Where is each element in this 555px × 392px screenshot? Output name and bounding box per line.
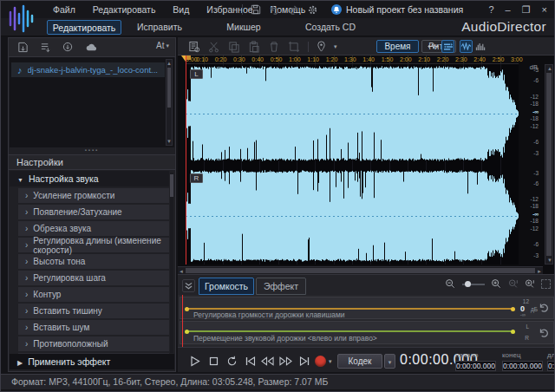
maximize-button[interactable]: ❐ — [522, 4, 531, 16]
zoom-in-vertical-icon[interactable] — [525, 278, 535, 290]
settings-item[interactable]: ›Обрезка звука — [18, 221, 169, 236]
help-button[interactable]: ? — [488, 4, 493, 15]
keyframe-dot[interactable] — [185, 307, 189, 311]
tab-mixer[interactable]: Микшер — [218, 20, 270, 35]
settings-item[interactable]: ›Регулировка длины (изменение скорости) — [18, 238, 169, 252]
waveform-canvas[interactable] — [186, 64, 519, 265]
settings-scrollbar[interactable] — [170, 173, 173, 353]
stop-button[interactable] — [207, 355, 220, 368]
channel-right-badge[interactable]: R — [190, 173, 203, 183]
chevron-down-icon[interactable]: ▾ — [334, 43, 337, 50]
playhead[interactable] — [186, 56, 186, 265]
tab-volume[interactable]: Громкость — [199, 278, 254, 295]
file-format-status: Формат: MP3, 44100Гц, 16-бит, Стерео, Дл… — [11, 376, 328, 387]
tab-fix[interactable]: Исправить — [128, 20, 191, 35]
fast-forward-button[interactable] — [279, 355, 292, 368]
zoom-out-vertical-icon[interactable] — [508, 278, 519, 290]
settings-item[interactable]: ›Вставить тишину — [18, 304, 169, 318]
settings-item[interactable]: ›Контур — [18, 287, 169, 302]
cloud-icon[interactable] — [85, 42, 98, 52]
settings-item[interactable]: ›Вставить шум — [18, 320, 169, 335]
spectrum-view-icon[interactable] — [474, 40, 487, 53]
list-item-track[interactable]: ♪ dj-snake-j-balvin-tyga_-_loco-cont... — [11, 62, 165, 77]
panel-splitter[interactable]: ▪▪▪▪ — [9, 148, 175, 154]
scrollbar-thumb[interactable] — [186, 268, 535, 273]
undo-icon[interactable] — [269, 5, 280, 15]
pan-lane[interactable]: Перемещение звуковой дорожки <влево или … — [180, 321, 554, 344]
stretch-wave-icon[interactable] — [427, 40, 440, 53]
marker-pin-icon[interactable] — [317, 41, 326, 52]
time-ruler[interactable]: 0:000:100:200:300:400:501:001:101:201:30… — [186, 56, 519, 64]
waveform-view-icon[interactable] — [460, 40, 473, 53]
minimize-button[interactable]: – — [506, 4, 511, 15]
apply-effect-section[interactable]: ▶Применить эффект — [10, 354, 174, 369]
vertical-scrollbar[interactable]: ▲ ▼ — [545, 64, 553, 265]
play-button[interactable] — [188, 355, 201, 368]
menu-item[interactable]: Редактировать — [84, 1, 165, 18]
reset-keyframes-icon[interactable] — [538, 302, 551, 315]
go-to-end-button[interactable] — [297, 355, 310, 368]
sort-button[interactable]: At▾ — [156, 41, 169, 50]
save-icon[interactable] — [251, 4, 261, 15]
tab-create-cd[interactable]: Создать CD — [296, 20, 365, 35]
delete-icon[interactable] — [268, 41, 280, 53]
scrollbar-thumb[interactable] — [170, 174, 173, 197]
scroll-down-icon[interactable]: ▼ — [547, 257, 552, 264]
close-button[interactable]: × — [542, 4, 547, 15]
trim-icon[interactable] — [288, 41, 300, 53]
extract-audio-icon[interactable] — [40, 42, 51, 53]
scrollbar-thumb[interactable] — [167, 68, 171, 108]
start-value[interactable]: 0:00:00.000 — [455, 361, 496, 371]
codec-chevron-icon[interactable]: ▾ — [384, 354, 395, 369]
scroll-down-icon[interactable]: ▼ — [166, 138, 172, 145]
adjust-document-icon[interactable] — [188, 41, 200, 53]
cut-icon[interactable] — [208, 41, 220, 53]
menu-item[interactable]: Файл — [44, 1, 84, 18]
record-options-chevron-icon[interactable]: ▾ — [329, 358, 332, 365]
reset-keyframes-icon[interactable] — [538, 327, 551, 340]
fit-selection-icon[interactable] — [541, 279, 551, 289]
settings-item[interactable]: ›Высоты тона — [18, 254, 169, 269]
channel-bars-icon[interactable] — [441, 40, 454, 53]
zoom-in-icon[interactable] — [491, 278, 502, 290]
redo-icon[interactable] — [288, 5, 299, 15]
record-button[interactable] — [315, 356, 326, 367]
settings-item[interactable]: ›Противоположный — [18, 336, 169, 351]
scrollbar-thumb[interactable] — [546, 73, 552, 256]
duration-value[interactable]: 0:00:00.000 — [547, 361, 555, 371]
tab-effect[interactable]: Эффект — [256, 278, 306, 295]
zoom-out-icon[interactable] — [445, 278, 456, 290]
settings-item[interactable]: ›Регулировка шага — [18, 271, 169, 285]
end-value[interactable]: 0:00:00.000 — [502, 361, 543, 371]
copy-icon[interactable] — [228, 41, 240, 53]
rewind-button[interactable] — [261, 355, 274, 368]
volume-keyframe-line[interactable] — [187, 308, 513, 310]
settings-item[interactable]: ›Появление/Затухание — [18, 205, 169, 219]
zoom-slider[interactable] — [462, 284, 485, 285]
file-list-scrollbar[interactable]: ▲ ▼ — [166, 59, 173, 146]
collapse-panel-button[interactable] — [182, 279, 195, 292]
scroll-up-icon[interactable]: ▲ — [166, 60, 172, 67]
import-media-icon[interactable] — [17, 42, 29, 53]
notification-bell-icon[interactable] — [331, 4, 342, 15]
menu-item[interactable]: Вид — [164, 1, 198, 18]
download-track-icon[interactable] — [62, 42, 74, 53]
settings-item-label: Усиление громкости — [33, 191, 114, 200]
loop-button[interactable] — [225, 355, 238, 368]
editor-toolbar: ▾ Время Ритм — [178, 37, 555, 56]
settings-item[interactable]: ›Усиление громкости — [18, 188, 169, 203]
settings-group-sound[interactable]: ▼Настройка звука — [10, 171, 169, 186]
go-to-start-button[interactable] — [244, 355, 257, 368]
volume-lane[interactable]: Регулировка громкости дорожки клавишами … — [180, 297, 554, 319]
horizontal-scrollbar[interactable]: ◄ ► — [178, 266, 543, 274]
pan-keyframe-line[interactable] — [187, 330, 513, 332]
paste-icon[interactable] — [248, 41, 260, 53]
settings-gear-icon[interactable] — [307, 4, 318, 16]
keyframe-dot[interactable] — [185, 330, 189, 334]
time-view-button[interactable]: Время — [376, 40, 419, 53]
zoom-slider-handle[interactable] — [465, 281, 471, 287]
tab-edit[interactable]: Редактировать — [47, 20, 121, 35]
scroll-up-icon[interactable]: ▲ — [547, 65, 552, 72]
codec-button[interactable]: Кодек — [337, 354, 382, 369]
channel-left-badge[interactable]: L — [190, 69, 203, 79]
